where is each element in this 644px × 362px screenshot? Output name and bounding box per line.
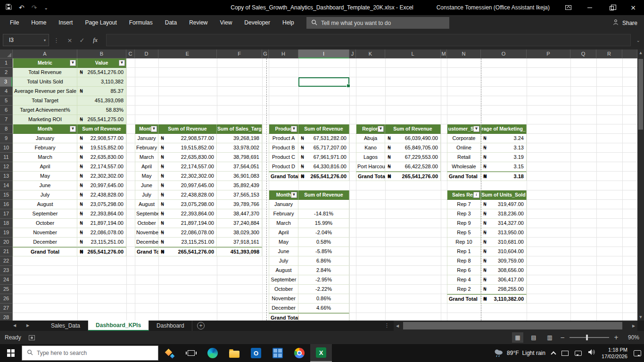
cell-region[interactable]: Abuja xyxy=(356,134,385,143)
tell-me-box[interactable] xyxy=(306,17,449,29)
horizontal-scroll-track[interactable] xyxy=(401,321,630,331)
cell-sales-rep[interactable]: Rep 4 xyxy=(447,275,481,285)
cell-month[interactable]: June xyxy=(135,181,158,190)
cell-revenue[interactable]: ₦23,075,298.00 xyxy=(158,200,217,209)
cell-revenue[interactable]: ₦20,997,645.00 xyxy=(158,181,217,190)
cell-sales-target[interactable]: 38,029,300 xyxy=(217,228,262,238)
column-header-R[interactable]: R xyxy=(596,49,622,58)
cell-revenue[interactable]: ₦65,717,207.00 xyxy=(298,143,349,153)
cell-revenue[interactable]: ₦65,849,705.00 xyxy=(385,143,441,153)
cell-growth-percent[interactable]: -14.81% xyxy=(298,209,349,219)
cell-metric[interactable]: Total Revenue xyxy=(13,68,77,77)
cell-revenue[interactable]: ₦20,997,645.00 xyxy=(77,181,126,190)
filter-button[interactable]: ▼ xyxy=(70,126,76,132)
sort-filter-button[interactable]: ↓ xyxy=(473,192,479,198)
cell-revenue[interactable]: ₦64,330,816.00 xyxy=(298,162,349,172)
row-header[interactable]: 12 xyxy=(0,162,12,172)
cell-sales-target[interactable]: 37,565,153 xyxy=(217,190,262,200)
cell-units-sold[interactable]: ₦310,681.00 xyxy=(481,238,527,247)
row-header[interactable]: 20 xyxy=(0,238,12,247)
column-header-G[interactable]: G xyxy=(262,49,269,58)
cell-month[interactable]: May xyxy=(135,172,158,181)
row-header[interactable]: 17 xyxy=(0,209,12,219)
header-sum-of-revenue[interactable]: Sum of Revenue xyxy=(77,124,126,134)
cell-month[interactable]: March xyxy=(135,153,158,162)
row-header[interactable]: 27 xyxy=(0,304,12,313)
weather-widget[interactable]: 89°F Light rain xyxy=(493,348,545,359)
cell-growth-percent[interactable]: -2.95% xyxy=(298,275,349,285)
cell-growth-percent[interactable]: 6.86% xyxy=(298,256,349,266)
header-sales-rep[interactable]: Sales Rep↓ xyxy=(447,190,481,200)
cell-growth-percent[interactable]: 0.86% xyxy=(298,294,349,304)
select-all-corner[interactable] xyxy=(0,49,13,58)
row-header[interactable]: 3 xyxy=(0,77,12,87)
edge-taskbar-button[interactable] xyxy=(202,344,223,362)
row-header[interactable]: 19 xyxy=(0,228,12,238)
sheet-tab-dashboard[interactable]: Dashboard xyxy=(149,321,192,331)
page-break-view-button[interactable]: ▥ xyxy=(544,332,555,343)
cell-revenue[interactable]: ₦22,086,078.00 xyxy=(77,228,126,238)
cell-revenue[interactable]: ₦67,961,971.00 xyxy=(298,153,349,162)
chat-tray-icon[interactable] xyxy=(575,351,582,356)
cell-sales-rep[interactable]: Rep 3 xyxy=(447,209,481,219)
cell-average[interactable]: ₦3.24 xyxy=(481,134,527,143)
cell-metric[interactable]: Total Units Sold xyxy=(13,77,77,87)
cell-month[interactable]: April xyxy=(13,162,77,172)
cell-segment[interactable]: Online xyxy=(447,143,481,153)
cell-month[interactable]: February xyxy=(13,143,77,153)
cell-segment[interactable]: Retail xyxy=(447,153,481,162)
column-header-A[interactable]: A xyxy=(13,49,77,58)
cell-grand-total-label[interactable]: Grand Total xyxy=(447,294,481,304)
row-header[interactable]: 8 xyxy=(0,124,12,134)
column-header-L[interactable]: L xyxy=(385,49,441,58)
share-button[interactable]: Share xyxy=(612,15,637,31)
horizontal-scrollbar[interactable]: ◀ ▶ xyxy=(394,321,637,331)
cell-month[interactable]: December xyxy=(13,238,77,247)
column-header-J[interactable]: J xyxy=(349,49,356,58)
cell-sales-rep[interactable]: Rep 2 xyxy=(447,285,481,294)
cell-grand-total-value[interactable]: ₦265,541,276.00 xyxy=(158,247,217,256)
cell-grand-total-label[interactable]: Grand Total xyxy=(13,247,77,256)
taskbar-clock[interactable]: 1:18 PM 17/02/2026 xyxy=(602,346,627,360)
formula-input[interactable] xyxy=(106,34,631,46)
row-header[interactable]: 28 xyxy=(0,313,12,321)
row-header[interactable]: 9 xyxy=(0,134,12,143)
file-explorer-taskbar-button[interactable] xyxy=(223,344,245,362)
cell-growth-percent[interactable]: 2.84% xyxy=(298,266,349,275)
cell-month[interactable]: August xyxy=(13,200,77,209)
cell-sales-target[interactable]: 39,268,198 xyxy=(217,134,262,143)
cell-revenue[interactable]: ₦23,115,251.00 xyxy=(158,238,217,247)
cell-units-sold[interactable]: ₦306,417.00 xyxy=(481,275,527,285)
account-name[interactable]: Constance Tomessien (Office Assistant Ik… xyxy=(437,0,550,15)
row-header[interactable]: 13 xyxy=(0,172,12,181)
cell-average[interactable]: ₦3.19 xyxy=(481,153,527,162)
ribbon-tab[interactable]: Review xyxy=(183,15,214,31)
row-header[interactable]: 5 xyxy=(0,96,12,106)
ribbon-tab[interactable]: Insert xyxy=(52,15,79,31)
chrome-taskbar-button[interactable] xyxy=(289,344,310,362)
cell-grand-total-target[interactable]: 451,393,098 xyxy=(217,247,262,256)
selected-cell-I3[interactable] xyxy=(298,77,349,87)
cell-revenue[interactable]: ₦22,438,828.00 xyxy=(77,190,126,200)
cell-metric[interactable]: Average Revenue per Sale xyxy=(13,87,77,96)
cell-product[interactable]: Product D xyxy=(269,162,298,172)
column-header-P[interactable]: P xyxy=(527,49,570,58)
cell-metric[interactable]: Target Achievement% xyxy=(13,106,77,115)
cell-revenue[interactable]: ₦22,302,302.00 xyxy=(77,172,126,181)
cell-growth-percent[interactable] xyxy=(298,200,349,209)
tab-options-icon[interactable]: ⋮ xyxy=(384,321,389,331)
row-header[interactable]: 2 xyxy=(0,68,12,77)
column-header-H[interactable]: H xyxy=(269,49,298,58)
cell-grand-total-label[interactable]: Grand Total xyxy=(269,172,298,181)
taskbar-search-box[interactable] xyxy=(22,346,158,361)
ribbon-display-options-button[interactable] xyxy=(557,0,579,15)
zoom-in-button[interactable]: + xyxy=(614,334,619,341)
ribbon-tab[interactable]: View xyxy=(214,15,239,31)
prev-sheet-icon[interactable]: ◀ xyxy=(8,321,21,331)
row-header[interactable]: 14 xyxy=(0,181,12,190)
cell-sales-target[interactable]: 37,564,051 xyxy=(217,162,262,172)
row-header[interactable]: 18 xyxy=(0,219,12,228)
name-box-dropdown-icon[interactable]: ▾ xyxy=(44,38,46,42)
name-box[interactable]: I3 ▾ xyxy=(3,34,49,46)
row-header[interactable]: 4 xyxy=(0,87,12,96)
